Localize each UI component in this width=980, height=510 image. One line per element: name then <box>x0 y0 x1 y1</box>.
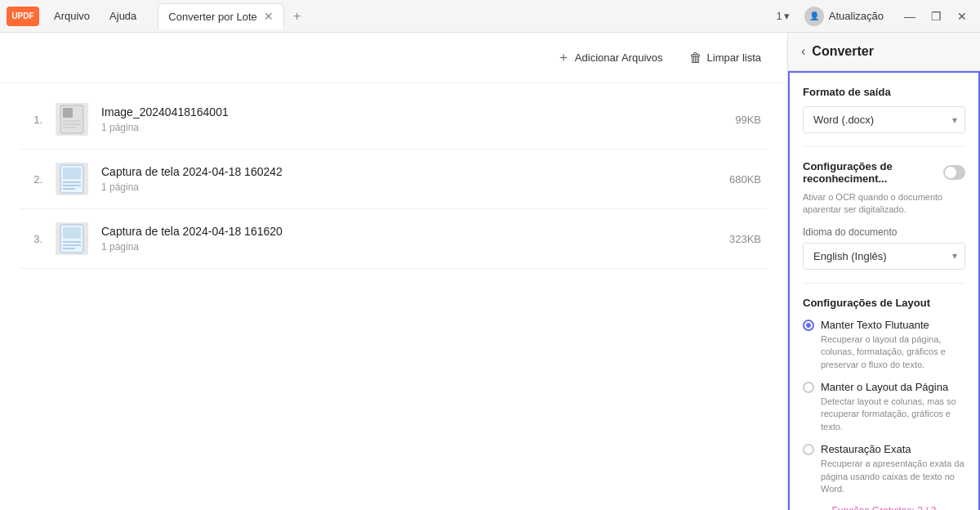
radio-floating[interactable] <box>803 320 814 331</box>
clear-list-button[interactable]: 🗑 Limpar lista <box>683 47 768 69</box>
radio-desc-page: Detectar layout e colunas, mas so recupe… <box>821 396 965 433</box>
add-files-button[interactable]: ＋ Adicionar Arquivos <box>550 46 670 69</box>
ocr-label: Configurações de reconheciment... <box>803 160 943 185</box>
divider-1 <box>803 146 965 147</box>
file-name: Image_20240418164001 <box>101 105 722 119</box>
window-controls: — ❐ ✕ <box>898 5 973 28</box>
panel-header: ‹ Converter <box>788 33 980 71</box>
file-info: Captura de tela 2024-04-18 160242 1 pági… <box>101 165 716 193</box>
format-label: Formato de saída <box>803 86 965 98</box>
tab-add-icon[interactable]: + <box>287 7 307 26</box>
version-chevron-icon: ▾ <box>784 10 790 22</box>
radio-content-exact: Restauração Exata Recuperar a apresentaç… <box>821 443 965 495</box>
file-pages: 1 página <box>101 122 722 133</box>
main-content: ＋ Adicionar Arquivos 🗑 Limpar lista 1. I… <box>0 33 980 510</box>
file-size: 680KB <box>729 173 761 186</box>
file-panel: ＋ Adicionar Arquivos 🗑 Limpar lista 1. I… <box>0 33 787 510</box>
file-name: Captura de tela 2024-04-18 161620 <box>101 225 716 238</box>
radio-page[interactable] <box>803 382 814 393</box>
panel-title: Converter <box>812 44 874 59</box>
svg-rect-1 <box>63 108 73 118</box>
tab-close-icon[interactable]: ✕ <box>264 10 274 23</box>
file-thumbnail <box>56 222 88 255</box>
layout-options: Manter Texto Flutuante Recuperar o layou… <box>803 319 965 496</box>
restore-button[interactable]: ❐ <box>924 5 947 28</box>
add-icon: ＋ <box>557 49 570 66</box>
converter-settings-section: Formato de saída Word (.docx)Excel (.xls… <box>788 71 980 510</box>
lang-select-wrapper: English (Inglês)PortuguêsEspañolFrançais… <box>803 243 965 270</box>
titlebar: UPDF Arquivo Ajuda Converter por Lote ✕ … <box>0 0 980 33</box>
titlebar-right: 1 ▾ 👤 Atualização — ❐ ✕ <box>777 3 973 29</box>
minimize-button[interactable]: — <box>898 5 921 28</box>
radio-desc-exact: Recuperar a apresentação exata da página… <box>821 458 965 495</box>
lang-label: Idioma do documento <box>803 226 965 238</box>
file-thumbnail <box>56 103 88 136</box>
avatar: 👤 <box>804 7 824 26</box>
trash-icon: 🗑 <box>689 51 702 65</box>
radio-title-floating: Manter Texto Flutuante <box>821 319 965 331</box>
file-name: Captura de tela 2024-04-18 160242 <box>101 165 716 178</box>
file-number: 1. <box>26 114 42 126</box>
menu-arquivo[interactable]: Arquivo <box>46 7 98 25</box>
file-info: Image_20240418164001 1 página <box>101 105 722 133</box>
ocr-description: Ativar o OCR quando o documento aparenta… <box>803 191 965 217</box>
svg-rect-6 <box>63 168 81 179</box>
app-logo: UPDF <box>7 7 39 26</box>
close-button[interactable]: ✕ <box>951 5 973 28</box>
divider-2 <box>803 283 965 284</box>
radio-content-floating: Manter Texto Flutuante Recuperar o layou… <box>821 319 965 371</box>
radio-content-page: Manter o Layout da Página Detectar layou… <box>821 381 965 433</box>
update-button[interactable]: 👤 Atualização <box>796 3 892 29</box>
menu-bar: Arquivo Ajuda <box>46 7 145 25</box>
ocr-toggle[interactable] <box>943 165 965 180</box>
right-panel: ‹ Converter Formato de saída Word (.docx… <box>787 33 980 510</box>
layout-option-page[interactable]: Manter o Layout da Página Detectar layou… <box>803 381 965 433</box>
tab-converter-lote[interactable]: Converter por Lote ✕ <box>158 3 283 29</box>
list-item: 2. Captura de tela 2024-04-18 160242 1 p… <box>20 150 768 209</box>
menu-ajuda[interactable]: Ajuda <box>101 7 145 25</box>
file-info: Captura de tela 2024-04-18 161620 1 pági… <box>101 225 716 253</box>
radio-title-page: Manter o Layout da Página <box>821 381 965 393</box>
file-toolbar: ＋ Adicionar Arquivos 🗑 Limpar lista <box>0 33 787 83</box>
file-size: 99KB <box>735 114 761 126</box>
version-selector[interactable]: 1 ▾ <box>777 10 790 22</box>
ocr-row: Configurações de reconheciment... <box>803 160 965 185</box>
tab-label: Converter por Lote <box>168 11 256 23</box>
radio-exact[interactable] <box>803 444 814 455</box>
file-thumbnail <box>56 163 88 195</box>
radio-desc-floating: Recuperar o layout da página, colunas, f… <box>821 333 965 371</box>
file-size: 323KB <box>729 233 761 245</box>
back-icon[interactable]: ‹ <box>801 44 805 59</box>
file-number: 3. <box>26 233 42 245</box>
file-pages: 1 página <box>101 181 716 193</box>
free-functions[interactable]: Funções Gratuitas: 2 / 2 <box>803 505 965 510</box>
list-item: 3. Captura de tela 2024-04-18 161620 1 p… <box>20 209 768 269</box>
tab-bar: Converter por Lote ✕ + <box>158 3 769 29</box>
svg-rect-11 <box>63 227 81 239</box>
layout-label: Configurações de Layout <box>803 297 965 309</box>
layout-option-floating[interactable]: Manter Texto Flutuante Recuperar o layou… <box>803 319 965 371</box>
file-list: 1. Image_20240418164001 1 página 99KB 2.… <box>0 83 787 510</box>
format-select-wrapper: Word (.docx)Excel (.xlsx)PowerPoint (.pp… <box>803 106 965 133</box>
lang-select[interactable]: English (Inglês)PortuguêsEspañolFrançais… <box>803 243 965 270</box>
format-select[interactable]: Word (.docx)Excel (.xlsx)PowerPoint (.pp… <box>803 106 965 133</box>
layout-option-exact[interactable]: Restauração Exata Recuperar a apresentaç… <box>803 443 965 495</box>
file-number: 2. <box>26 173 42 186</box>
list-item: 1. Image_20240418164001 1 página 99KB <box>20 90 768 150</box>
radio-title-exact: Restauração Exata <box>821 443 965 455</box>
file-pages: 1 página <box>101 241 716 253</box>
